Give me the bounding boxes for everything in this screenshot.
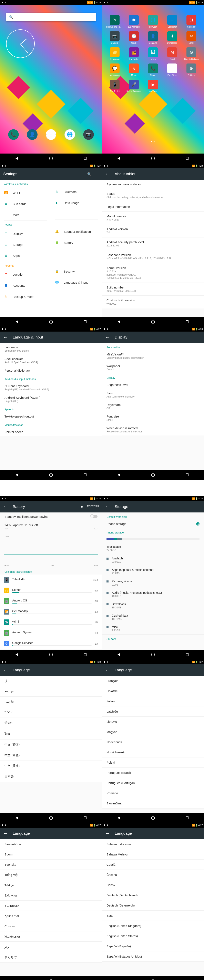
back-button[interactable] [117, 156, 122, 161]
standby-row[interactable]: Standby intelligent power saving [0, 512, 102, 521]
home-button[interactable] [150, 815, 155, 820]
language-option[interactable]: Français [102, 676, 204, 686]
cached-row[interactable]: Cached data18.71MB [102, 611, 204, 623]
search-icon[interactable]: 🔍 [87, 172, 92, 176]
battery-chart[interactable]: 100% [4, 535, 98, 561]
legal-row[interactable]: Legal information [102, 202, 204, 211]
language-option[interactable]: Українська [0, 931, 102, 942]
battery-item[interactable]: 📡 Wi-Fi 1% [0, 617, 102, 628]
refresh-button[interactable]: REFRESH [87, 505, 99, 509]
language-option[interactable]: Deutsch (Österreich) [102, 900, 204, 911]
apps-row[interactable]: ▦Apps [0, 250, 51, 261]
refresh-icon[interactable]: ↻ [81, 505, 83, 509]
audio-row[interactable]: Audio (music, ringtones, podcasts, etc.)… [102, 589, 204, 600]
language-option[interactable]: English (United Kingdom) [102, 921, 204, 931]
location-row[interactable]: 📍Location [0, 269, 51, 280]
recents-button[interactable] [185, 156, 190, 161]
status-row[interactable]: StatusStatus of the battery, network, an… [102, 189, 204, 202]
app-ble-manager[interactable]: ✱BLE Manager [125, 15, 142, 28]
language-option[interactable]: Lietuvių [102, 717, 204, 727]
back-button[interactable] [14, 156, 19, 161]
back-button[interactable] [117, 319, 122, 324]
battery-item[interactable]: 🤖 Android OS 6% [0, 596, 102, 606]
rotate-row[interactable]: When device is rotatedRotate the content… [102, 424, 204, 436]
recents-button[interactable] [82, 979, 87, 980]
language-option[interactable]: Norsk bokmål [102, 747, 204, 757]
daydream-row[interactable]: DaydreamOff [102, 401, 204, 412]
language-option[interactable]: Magyar [102, 727, 204, 737]
back-button[interactable] [14, 815, 19, 820]
home-button[interactable] [150, 979, 155, 980]
back-arrow-icon[interactable]: ← [105, 335, 110, 340]
app-gallery[interactable]: 🖼Gallery [144, 48, 161, 60]
home-button[interactable] [150, 156, 155, 161]
sound-row[interactable]: 🔔Sound & notification [51, 226, 102, 237]
contacts-app-icon[interactable]: 👤 [27, 129, 38, 140]
language-option[interactable]: Português (Portugal) [102, 778, 204, 788]
build-row[interactable]: Build numberK900_vKB0002_20181218 [102, 283, 204, 296]
language-option[interactable]: Deutsch (Deutschland) [102, 890, 204, 900]
app-contacts[interactable]: 👤Contacts [144, 31, 161, 44]
home-button[interactable] [49, 473, 54, 477]
home-button[interactable] [150, 473, 155, 477]
recents-button[interactable] [185, 979, 190, 980]
language-option[interactable]: Italiano [102, 696, 204, 706]
analog-clock-widget[interactable] [6, 29, 35, 58]
recents-button[interactable] [185, 319, 190, 324]
recents-button[interactable] [82, 652, 87, 657]
back-arrow-icon[interactable]: ← [3, 667, 8, 673]
recents-button[interactable] [185, 815, 190, 820]
battery-item[interactable]: G Google Services 1% [0, 638, 102, 649]
app-email[interactable]: ✉Email [183, 31, 200, 44]
back-arrow-icon[interactable]: ← [105, 504, 110, 509]
lang-row[interactable]: 🌐Language & input [51, 277, 102, 288]
back-arrow-icon[interactable]: ← [3, 335, 8, 340]
app-fm-radio[interactable]: 📻FM Radio [125, 48, 142, 60]
home-button[interactable] [49, 319, 54, 324]
language-option[interactable]: ไทย [0, 728, 102, 740]
version-row[interactable]: Android version7.0 [102, 224, 204, 237]
language-option[interactable]: 日本語 [0, 772, 102, 782]
language-option[interactable]: فارسی [0, 697, 102, 707]
security-row[interactable]: 🔒Security [51, 266, 102, 277]
home-button[interactable] [49, 979, 54, 980]
app-backup-and-rest-[interactable]: ↻Backup and Rest... [106, 15, 123, 28]
back-button[interactable] [14, 473, 19, 477]
language-option[interactable]: Svenska [0, 859, 102, 870]
storage-row[interactable]: ≡Storage [0, 239, 51, 250]
home-button[interactable] [49, 815, 54, 820]
language-option[interactable]: Română [102, 788, 204, 798]
language-option[interactable]: Қазақ тілі [0, 911, 102, 921]
recents-button[interactable] [82, 156, 87, 161]
back-button[interactable] [117, 652, 122, 657]
home-button[interactable] [150, 319, 155, 324]
language-option[interactable]: Türkçe [0, 880, 102, 890]
app-gmail[interactable]: MGmail [164, 48, 181, 60]
brightness-row[interactable]: Brightness level [102, 380, 204, 389]
app-sim-toolkit[interactable]: 📱SIM Toolkit [106, 80, 123, 92]
language-option[interactable]: Español (Estados Unidos) [102, 951, 204, 962]
dict-row[interactable]: Personal dictionary [0, 366, 102, 375]
language-option[interactable]: Bahasa Melayu [102, 850, 204, 859]
font-row[interactable]: Font sizeSmall [102, 412, 204, 424]
language-option[interactable]: Español (España) [102, 941, 204, 951]
language-option[interactable]: Eesti [102, 911, 204, 921]
back-arrow-icon[interactable]: ← [3, 504, 8, 509]
pics-row[interactable]: Pictures, videos0.00B [102, 577, 204, 589]
language-option[interactable]: 中文 (简体) [0, 740, 102, 750]
sleep-row[interactable]: SleepAfter 1 minute of inactivity [102, 389, 204, 401]
language-option[interactable]: Čeština [102, 870, 204, 880]
spell-row[interactable]: Spell checkerAndroid Spell Checker (AOSP… [0, 355, 102, 366]
display-row[interactable]: ▢Display [0, 228, 51, 239]
home-button[interactable] [49, 652, 54, 657]
language-option[interactable]: Dansk [102, 880, 204, 890]
language-option[interactable]: Slovenščina [0, 839, 102, 850]
chrome-app-icon[interactable]: 🌐 [65, 129, 75, 140]
camera-app-icon[interactable]: 📷 [83, 129, 94, 140]
accounts-row[interactable]: 👤Accounts [0, 280, 51, 291]
bluetooth-row[interactable]: ᛒBluetooth [51, 186, 102, 197]
app-drawer-button[interactable]: ⋮⋮⋮ [46, 129, 56, 140]
overflow-icon[interactable]: ⋮ [95, 172, 99, 176]
current-kb-row[interactable]: Current KeyboardEnglish (US) - Android K… [0, 382, 102, 393]
language-option[interactable]: 中文 (香港) [0, 761, 102, 772]
